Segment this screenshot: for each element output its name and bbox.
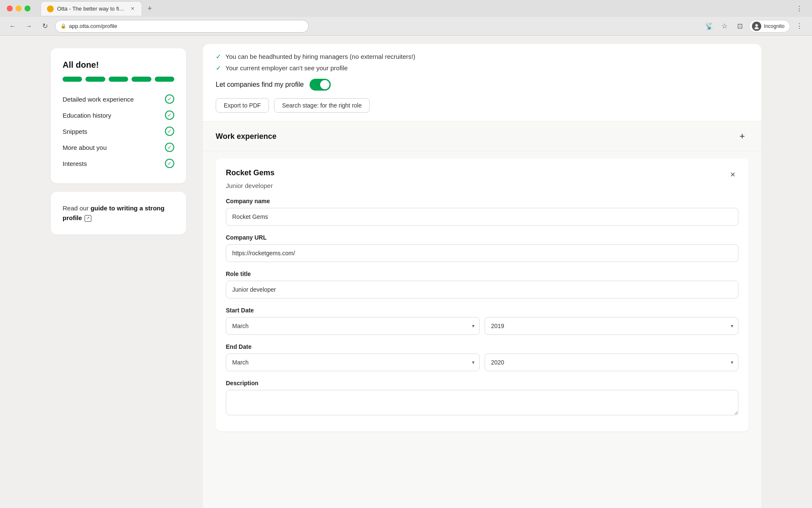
checklist-item-work: Detailed work experience ✓ <box>63 91 174 107</box>
external-link-icon: ↗ <box>85 215 91 222</box>
guide-card: Read our guide to writing a strong profi… <box>51 192 186 235</box>
active-tab[interactable]: Otta - The better way to find a ✕ <box>41 1 142 16</box>
start-date-row: January February March April May June Ju… <box>226 317 738 335</box>
cast-icon[interactable]: 📡 <box>703 20 715 32</box>
incognito-button[interactable]: Incognito <box>749 20 790 33</box>
progress-dot-1 <box>63 77 82 82</box>
checklist-label-interests: Interests <box>63 160 87 167</box>
visibility-item-2: ✓ Your current employer can't see your p… <box>216 64 749 72</box>
checklist-label-snippets: Snippets <box>63 128 87 135</box>
svg-point-1 <box>754 27 759 29</box>
progress-dots <box>63 77 174 82</box>
checklist-item-snippets: Snippets ✓ <box>63 123 174 139</box>
company-name-field: Company name <box>226 198 738 226</box>
check-snippets: ✓ <box>165 127 174 136</box>
minimize-traffic-light[interactable] <box>16 6 22 11</box>
description-input[interactable] <box>226 390 738 415</box>
check-green-1: ✓ <box>216 52 221 61</box>
check-education: ✓ <box>165 110 174 120</box>
search-stage-button[interactable]: Search stage: for the right role <box>274 98 370 113</box>
new-tab-button[interactable]: + <box>144 3 156 14</box>
main-content: ✓ You can be headhunted by hiring manage… <box>203 44 761 508</box>
menu-icon[interactable]: ⋮ <box>793 20 805 32</box>
company-name-heading: Rocket Gems <box>226 168 274 177</box>
start-month-select[interactable]: January February March April May June Ju… <box>226 317 480 335</box>
visibility-text-2: Your current employer can't see your pro… <box>225 64 348 72</box>
all-done-card: All done! Detailed work experience ✓ Edu… <box>51 48 186 183</box>
button-row: Export to PDF Search stage: for the righ… <box>216 98 749 113</box>
company-name-input[interactable] <box>226 208 738 226</box>
checklist-item-interests: Interests ✓ <box>63 155 174 171</box>
add-work-experience-button[interactable]: + <box>736 130 749 143</box>
toggle-label: Let companies find my profile <box>216 81 304 88</box>
work-experience-section: Work experience + Rocket Gems ✕ Junior d… <box>203 121 761 508</box>
check-green-2: ✓ <box>216 64 221 72</box>
address-bar[interactable]: 🔒 app.otta.com/profile <box>55 20 309 33</box>
tab-favicon <box>47 6 54 12</box>
company-name-label: Company name <box>226 198 738 204</box>
visibility-text-1: You can be headhunted by hiring managers… <box>225 53 415 60</box>
role-title-label: Role title <box>226 271 738 277</box>
progress-dot-4 <box>132 77 151 82</box>
refresh-button[interactable]: ↻ <box>39 20 51 32</box>
forward-button[interactable]: → <box>23 20 35 32</box>
section-title: Work experience <box>216 132 277 141</box>
company-url-input[interactable] <box>226 244 738 262</box>
checklist-item-education: Education history ✓ <box>63 107 174 123</box>
page-content: All done! Detailed work experience ✓ Edu… <box>0 36 812 508</box>
all-done-title: All done! <box>63 60 174 70</box>
account-icon[interactable]: ⊡ <box>734 20 746 32</box>
back-button[interactable]: ← <box>7 20 19 32</box>
toolbar-right: 📡 ☆ ⊡ Incognito ⋮ <box>703 20 805 33</box>
close-job-card-button[interactable]: ✕ <box>727 168 738 180</box>
export-pdf-button[interactable]: Export to PDF <box>216 98 269 113</box>
address-text: app.otta.com/profile <box>69 23 117 29</box>
browser-titlebar: Otta - The better way to find a ✕ + ⋮ <box>0 0 812 17</box>
start-year-select[interactable]: 2017 2018 2019 2020 2021 2022 2023 <box>485 317 738 335</box>
visibility-item-1: ✓ You can be headhunted by hiring manage… <box>216 52 749 61</box>
browser-toolbar: ← → ↻ 🔒 app.otta.com/profile 📡 ☆ ⊡ Incog… <box>0 17 812 36</box>
checklist-label-about: More about you <box>63 144 107 151</box>
company-url-label: Company URL <box>226 234 738 241</box>
sidebar: All done! Detailed work experience ✓ Edu… <box>51 44 186 508</box>
guide-prefix: Read our <box>63 204 91 212</box>
close-traffic-light[interactable] <box>7 6 13 11</box>
checklist-item-about: More about you ✓ <box>63 139 174 155</box>
bookmark-icon[interactable]: ☆ <box>719 20 730 32</box>
checklist-label-work: Detailed work experience <box>63 96 134 103</box>
incognito-label: Incognito <box>764 23 785 29</box>
job-card-header: Rocket Gems ✕ <box>226 168 738 180</box>
end-date-field: End Date January February March April Ma… <box>226 343 738 371</box>
end-date-row: January February March April May June Ju… <box>226 353 738 371</box>
end-year-select[interactable]: 2018 2019 2020 2021 2022 2023 <box>485 353 738 371</box>
role-title-input[interactable] <box>226 281 738 298</box>
section-header: Work experience + <box>203 121 761 152</box>
checklist: Detailed work experience ✓ Education his… <box>63 91 174 171</box>
end-month-wrapper: January February March April May June Ju… <box>226 353 480 371</box>
end-year-wrapper: 2018 2019 2020 2021 2022 2023 ▾ <box>485 353 738 371</box>
progress-dot-5 <box>155 77 174 82</box>
job-role-subtitle: Junior developer <box>226 182 738 189</box>
description-label: Description <box>226 380 738 387</box>
toggle-knob <box>320 80 329 89</box>
traffic-lights <box>7 6 30 11</box>
tab-close-button[interactable]: ✕ <box>129 6 136 12</box>
fullscreen-traffic-light[interactable] <box>25 6 30 11</box>
tab-title: Otta - The better way to find a <box>57 6 126 12</box>
check-about: ✓ <box>165 143 174 152</box>
company-url-field: Company URL <box>226 234 738 262</box>
progress-dot-3 <box>109 77 128 82</box>
companies-toggle[interactable] <box>310 79 331 91</box>
start-year-wrapper: 2017 2018 2019 2020 2021 2022 2023 ▾ <box>485 317 738 335</box>
check-interests: ✓ <box>165 159 174 168</box>
svg-point-0 <box>755 24 758 27</box>
browser-chrome: Otta - The better way to find a ✕ + ⋮ ← … <box>0 0 812 36</box>
job-card: Rocket Gems ✕ Junior developer Company n… <box>216 158 749 431</box>
end-month-select[interactable]: January February March April May June Ju… <box>226 353 480 371</box>
settings-icon[interactable]: ⋮ <box>793 3 805 14</box>
role-title-field: Role title <box>226 271 738 298</box>
description-section: Description <box>226 380 738 417</box>
lock-icon: 🔒 <box>60 23 66 29</box>
progress-dot-2 <box>85 77 105 82</box>
profile-visibility-card: ✓ You can be headhunted by hiring manage… <box>203 44 761 121</box>
